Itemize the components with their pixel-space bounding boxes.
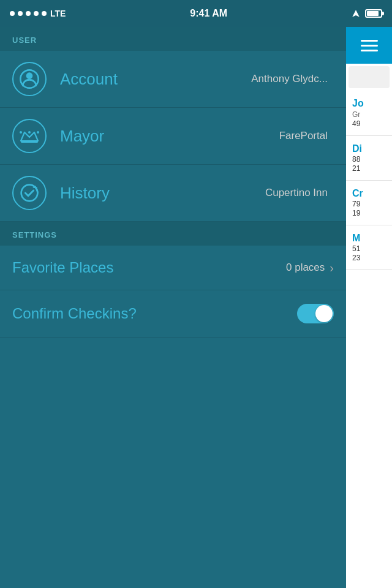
right-item-num-3b: 19 [352,209,387,217]
right-item-name-1: Jo [352,98,387,109]
history-value: Cupertino Inn [265,187,328,199]
mayor-label: Mayor [60,127,279,146]
svg-point-6 [37,131,39,134]
favorite-places-label: Favorite Places [12,259,286,276]
confirm-checkins-label: Confirm Checkins? [12,305,297,322]
account-label: Account [60,70,251,89]
account-icon [12,62,47,96]
history-icon [12,176,47,210]
right-item-num-2a: 88 [352,155,387,164]
carrier-label: LTE [50,9,66,18]
status-bar: LTE 9:41 AM [0,0,392,27]
toggle-switch[interactable] [297,304,334,323]
favorite-places-item[interactable]: Favorite Places 0 places › [0,246,346,290]
chevron-right-icon: › [330,261,334,275]
history-label: History [60,184,265,203]
crown-svg [20,126,39,146]
right-list-item-3[interactable]: Cr 79 19 [346,181,392,225]
left-panel: USER Account Anthony Glydc... [0,27,346,588]
right-item-name-3: Cr [352,188,387,199]
right-list-item-4[interactable]: M 51 23 [346,225,392,270]
mayor-menu-item[interactable]: Mayor FarePortal [0,108,346,165]
hamburger-line-1 [361,40,378,42]
account-value: Anthony Glydc... [251,73,328,85]
right-item-sub-1: Gr [352,110,387,119]
search-bar[interactable] [349,66,390,88]
right-item-num-2b: 21 [352,164,387,173]
svg-point-5 [28,131,31,134]
user-section-header: USER [0,27,346,51]
favorite-places-value: 0 places [286,262,325,274]
right-list: Jo Gr 49 Di 88 21 Cr 79 19 M 51 23 [346,64,392,588]
mayor-value: FarePortal [279,130,328,142]
svg-point-4 [20,131,22,134]
signal-indicator [10,11,47,16]
location-icon [352,9,360,18]
confirm-checkins-item[interactable]: Confirm Checkins? [0,290,346,337]
right-panel: Jo Gr 49 Di 88 21 Cr 79 19 M 51 23 [346,27,392,588]
check-circle-svg [20,183,39,203]
time-label: 9:41 AM [190,8,227,19]
confirm-checkins-toggle[interactable] [297,304,334,323]
person-svg [20,69,39,89]
right-item-num-1: 49 [352,119,387,128]
settings-section-header: SETTINGS [0,222,346,246]
svg-marker-2 [21,132,38,141]
right-list-item-2[interactable]: Di 88 21 [346,136,392,181]
right-item-num-4b: 23 [352,254,387,262]
hamburger-line-2 [361,45,378,47]
hamburger-button[interactable] [346,27,392,64]
right-item-name-2: Di [352,143,387,154]
hamburger-line-3 [361,50,378,51]
battery-indicator [365,9,382,18]
right-item-num-3a: 79 [352,200,387,208]
svg-rect-3 [21,141,38,143]
right-list-item-1[interactable]: Jo Gr 49 [346,91,392,136]
right-item-num-4a: 51 [352,244,387,253]
right-item-name-4: M [352,233,387,244]
mayor-icon [12,119,47,153]
history-menu-item[interactable]: History Cupertino Inn [0,165,346,222]
account-menu-item[interactable]: Account Anthony Glydc... [0,51,346,108]
status-right-icons [352,9,382,18]
main-layout: USER Account Anthony Glydc... [0,27,392,588]
svg-point-0 [26,72,33,79]
toggle-knob [315,305,333,322]
